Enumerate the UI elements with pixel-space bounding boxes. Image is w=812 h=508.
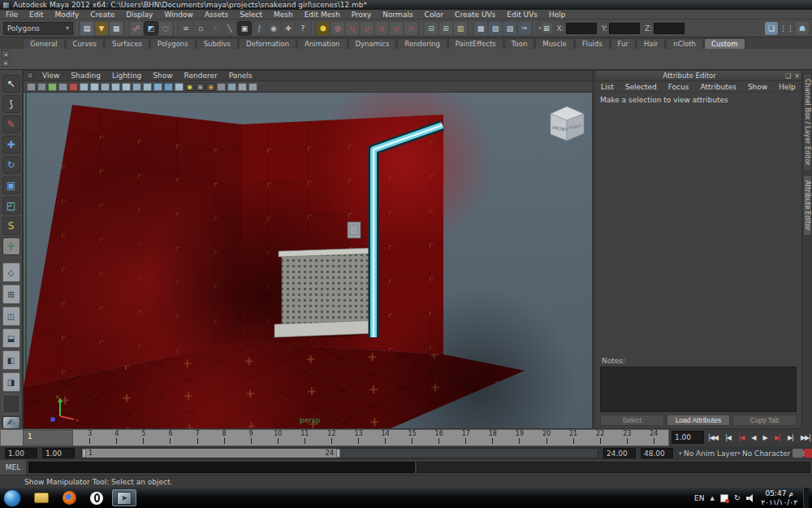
wireframe-on-shaded-icon[interactable] [175,83,184,91]
bounding-box-mode-icon[interactable] [101,83,110,91]
viewport-menu-1[interactable]: View [37,72,65,80]
menu-item-5[interactable]: Display [120,10,158,20]
absolute-transform-icon[interactable]: ⊞ [542,23,552,33]
y-input[interactable] [609,23,640,34]
frame-tick-5[interactable]: 5 [130,429,157,446]
wall-switch-box[interactable] [348,222,361,238]
menu-item-12[interactable]: Normals [377,10,418,20]
channel-box-layer-editor-tab[interactable]: Channel Box / Layer Editor [803,73,812,172]
shelf-tab-4[interactable]: Polygons [150,38,196,49]
lights-mode-icon[interactable] [122,83,131,91]
new-scene-icon[interactable]: ▤ [80,22,93,35]
toggle-tool-settings-icon[interactable]: ⋮⋮ [780,22,793,35]
frame-tick-16[interactable]: 16 [425,429,452,446]
frame-tick-18[interactable]: 18 [479,429,506,446]
persp-outliner-layout-button[interactable]: ◫ [2,306,20,326]
shelf-tab-9[interactable]: Rendering [397,38,447,49]
show-desktop-button[interactable] [803,488,809,508]
persp-uv-layout-button[interactable]: ◨ [2,372,20,392]
output-connections-icon[interactable]: ⊞ [439,22,452,35]
menu-item-1[interactable]: File [0,10,24,20]
universal-manipulator-tool[interactable]: ◰ [2,197,20,215]
frame-tick-12[interactable]: 12 [318,429,345,446]
command-results-field[interactable] [417,462,810,473]
step-back-frame-button[interactable]: |◀ [725,434,731,441]
action-center-flag-icon[interactable] [720,494,728,502]
step-forward-frame-button[interactable]: ▶| [788,434,793,441]
shelf-tab-15[interactable]: Hair [637,38,665,49]
bookmark-icon[interactable] [48,83,57,91]
viewport-menu-3[interactable]: Lighting [106,72,147,80]
screen-space-ao-icon[interactable] [143,83,152,91]
render-settings-icon[interactable]: ▧ [503,22,516,35]
menu-item-15[interactable]: Edit UVs [501,10,543,20]
menu-item-11[interactable]: Proxy [346,10,378,20]
shelf-tab-11[interactable]: Toon [504,38,535,49]
radiator[interactable] [274,248,378,337]
view-cube[interactable]: FRONT RIGHT [551,106,584,141]
tray-expand-icon[interactable]: ▲ [710,495,714,501]
menu-item-10[interactable]: Edit Mesh [299,10,346,20]
ae-menu-6[interactable]: Help [773,83,801,91]
gate-mask-icon[interactable] [238,83,247,91]
anim-layer-caret-icon[interactable]: ▾ [679,450,682,457]
frame-tick-6[interactable]: 6 [157,429,184,446]
camera-attributes-icon[interactable] [37,83,46,91]
shelf-tab-1[interactable]: General [23,38,65,49]
frame-tick-10[interactable]: 10 [265,429,292,446]
ipr-render-icon[interactable]: ▨ [489,22,502,35]
viewport-canvas[interactable]: FRONT RIGHT Y x persp [24,93,592,428]
mel-toggle-button[interactable]: MEL [0,460,27,475]
four-pane-layout-button[interactable]: ⊞ [2,284,20,304]
target-icon[interactable]: ◉ [267,22,280,35]
all-lights-icon[interactable]: ● [196,83,205,91]
shelf-tab-12[interactable]: Muscle [535,38,573,49]
maya-taskbar-icon[interactable]: ➤ [112,489,136,506]
panel-menu-icon[interactable] [27,72,33,79]
menu-item-6[interactable]: Window [158,10,199,20]
shelf-tab-14[interactable]: Fur [611,38,636,49]
attribute-editor-tab[interactable]: Attribute Editor [803,175,812,237]
frame-tick-11[interactable]: 11 [292,429,318,446]
menu-item-16[interactable]: Help [543,10,572,20]
menu-item-8[interactable]: Select [234,10,268,20]
character-set-caret-icon[interactable]: ▾ [737,450,741,457]
select-component-icon[interactable]: ◌ [159,22,172,35]
save-scene-icon[interactable]: ▦ [110,22,123,35]
frame-tick-24[interactable]: 24 [641,429,667,446]
shelf-tab-17[interactable]: Custom [704,38,745,49]
explorer-taskbar-icon[interactable] [29,489,54,506]
scale-tool[interactable]: ▣ [2,176,20,194]
help-mode-icon[interactable]: ? [296,22,309,35]
current-frame-marker[interactable]: 1 [23,430,73,445]
shelf-menu-icon[interactable]: ▾ [2,59,10,67]
shelf-tab-13[interactable]: Fluids [575,38,610,49]
wireframe-mode-icon[interactable] [80,83,89,91]
shelf-tab-7[interactable]: Animation [297,38,347,49]
select-button[interactable]: Select [600,415,664,426]
sync-icon[interactable]: ↻ [734,493,741,502]
frame-tick-21[interactable]: 21 [560,429,587,446]
copy-tab-button[interactable]: Copy Tab [732,415,797,426]
close-panel-icon[interactable]: × [793,72,801,80]
shelf-tab-6[interactable]: Deformation [239,38,296,49]
load-attributes-button[interactable]: Load Attributes [667,415,731,426]
shelf-tab-8[interactable]: Dynamics [348,38,397,49]
select-tool[interactable]: ↖ [2,75,20,93]
viewport-menu-5[interactable]: Renderer [179,72,223,80]
frame-tick-14[interactable]: 14 [372,429,399,446]
ae-menu-1[interactable]: List [595,83,620,91]
ae-menu-5[interactable]: Show [742,83,773,91]
textured-mode-icon[interactable] [111,83,120,91]
open-scene-icon[interactable]: ▼ [95,22,108,35]
grease-pencil-icon[interactable] [69,83,78,91]
smooth-shade-mode-icon[interactable] [90,83,99,91]
clock[interactable]: 05:47 م ٢٠١١/١٠/٠٢ [761,489,797,506]
language-indicator[interactable]: EN [694,494,704,502]
shelf-tab-5[interactable]: Subdivs [197,38,238,49]
play-backwards-button[interactable]: ◀ [751,434,755,441]
toggle-channel-box-icon[interactable]: ☗ [796,22,809,35]
shadows-mode-icon[interactable] [132,83,141,91]
persp-graph-layout-button[interactable]: ⬓ [2,328,20,348]
transform-mode-caret-icon[interactable]: ▾ [538,25,542,32]
